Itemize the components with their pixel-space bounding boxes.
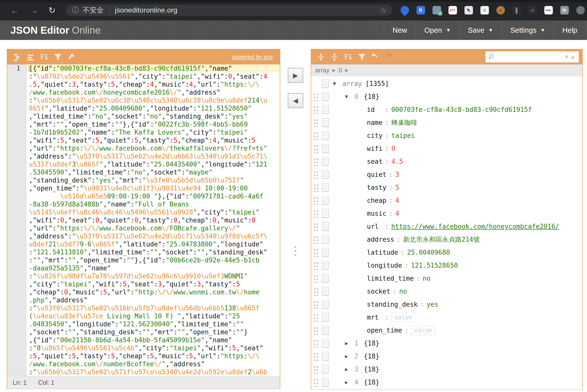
field-value[interactable]: 4.5 (391, 158, 403, 165)
row-actions-menu-icon[interactable] (322, 196, 329, 205)
field-value[interactable]: 0 (391, 145, 395, 152)
expand-triangle-icon[interactable]: ▶ (345, 340, 350, 346)
editor-line-fragment[interactable]: ,"standing_desk":"yes","mrt":"\u5fe0\u5b… (26, 176, 280, 184)
editor-code-area[interactable]: [{"id":"000703fe-cf8a-43c8-bd83-c90cfd61… (26, 64, 280, 376)
editor-line-fragment[interactable]: -1b7d1b9b5202","name":"The Kaffa Lovers"… (26, 128, 280, 136)
menu-item-new[interactable]: New (384, 20, 416, 40)
editor-line-fragment[interactable]: [{"id":"000703fe-cf8a-43c8-bd83-c90cfd61… (26, 64, 280, 72)
editor-line-fragment[interactable]: ,{"id":"00e21150-8b6d-4a54-b4bb-5fa45099… (26, 336, 280, 344)
field-value[interactable]: 25.00409680 (407, 249, 450, 256)
map-pen-extension-icon[interactable]: ✎ (465, 6, 473, 14)
row-actions-menu-icon[interactable] (322, 352, 329, 361)
drag-handle-icon[interactable] (313, 92, 318, 101)
splitter-handle[interactable] (294, 246, 296, 256)
breadcrumb-segment[interactable]: array (315, 67, 329, 74)
row-actions-menu-icon[interactable] (322, 235, 329, 244)
search-box[interactable]: ▼▲ (486, 52, 579, 62)
editor-line-fragment[interactable]: :"121.54113810","limited_time":"","socke… (26, 248, 280, 256)
row-actions-menu-icon[interactable] (322, 300, 329, 309)
url-text[interactable]: jsoneditoronline.org (115, 6, 380, 14)
editor-line-fragment[interactable]: :"","mrt":"","open_time":""},{"id":"00b6… (26, 256, 280, 264)
editor-line-fragment[interactable]: ,"cheap":0,"music":5,"url":"http:\/\/www… (26, 288, 280, 296)
redo-icon[interactable] (383, 51, 394, 63)
editor-line-fragment[interactable]: ,"url":"https:\/\/www.facebook.com\/thek… (26, 144, 280, 152)
drag-handle-icon[interactable] (313, 261, 318, 270)
row-actions-menu-icon[interactable] (322, 287, 329, 296)
row-actions-menu-icon[interactable] (322, 326, 329, 335)
reload-icon[interactable]: ↻ (48, 6, 56, 14)
editor-line-fragment[interactable]: :"\u53f0\u5317\u5e02\u516b\u5fb7\u8def\u… (26, 304, 280, 312)
drag-handle-icon[interactable] (313, 326, 318, 335)
expand-triangle-icon[interactable]: ▶ (345, 379, 350, 385)
field-value[interactable]: no (423, 275, 431, 282)
editor-line-fragment[interactable]: :"8\u865f\u5496\u5561\u5c4b","city":"tai… (26, 344, 280, 352)
search-next-prev-icons[interactable]: ▼▲ (564, 54, 576, 60)
compact-icon[interactable] (25, 51, 36, 63)
expand-all-icon[interactable] (315, 51, 327, 63)
drag-handle-icon[interactable] (313, 183, 318, 192)
drag-handle-icon[interactable] (313, 118, 318, 127)
repair-icon[interactable] (65, 51, 77, 63)
field-value[interactable]: 3 (395, 171, 399, 178)
field-value[interactable]: taipei (391, 132, 415, 139)
refresh-extension-icon[interactable]: ⟳ (560, 6, 569, 14)
search-input[interactable] (495, 53, 564, 61)
editor-line-fragment[interactable]: ,"address":"\u53f0\u5317\u5e02\u4e2d\u6b… (26, 152, 280, 160)
editor-line-fragment[interactable]: :"\u65b0\u5317\u5e02\u571f\u57ce\u5340\u… (26, 368, 280, 376)
editor-line-fragment[interactable]: .php","address" (26, 296, 280, 304)
field-name[interactable]: wifi (367, 145, 383, 152)
collapse-all-icon[interactable] (329, 51, 340, 63)
editor-line-fragment[interactable]: ,"limited_time":"no","socket":"no","stan… (26, 112, 280, 120)
editor-line-fragment[interactable]: -8a38-b597d8a1488b","name":"Full of Bean… (26, 200, 280, 208)
editor-line-fragment[interactable]: :5,"quiet":5,"tasty":5,"cheap":5,"music"… (26, 352, 280, 360)
editor-line-fragment[interactable]: :"\u826f\u98df\u7a76\u597d\u5e02\u96c6\u… (26, 272, 280, 280)
filter-icon[interactable] (356, 51, 367, 63)
editor-line-fragment[interactable]: /www.facebook.com\/number8coffee\/","add… (26, 360, 280, 368)
copy-to-tree-button[interactable]: ▶ (288, 68, 303, 83)
empty-value-placeholder[interactable]: value (411, 326, 435, 335)
copy-to-code-button[interactable]: ◀ (288, 93, 303, 108)
editor-line-fragment[interactable]: \u516d\u65e509:00-19:00 "},{"id":"009717… (26, 192, 280, 200)
collapse-triangle-icon[interactable]: ▼ (333, 81, 338, 87)
field-name[interactable]: open_time (367, 326, 402, 334)
empty-value-placeholder[interactable]: value (391, 312, 415, 322)
field-name[interactable]: music (367, 210, 386, 217)
drag-handle-icon[interactable] (313, 339, 318, 348)
collapse-triangle-icon[interactable]: ▼ (345, 94, 350, 100)
site-info-icon[interactable]: ⓘ (72, 6, 79, 15)
drag-handle-icon[interactable] (313, 274, 318, 283)
field-value[interactable]: yes (427, 300, 438, 308)
drag-handle-icon[interactable] (313, 209, 318, 218)
field-name[interactable]: cheap (367, 197, 386, 204)
tree-breadcrumb[interactable]: array▶0▶ (311, 64, 582, 76)
sort-icon[interactable] (38, 51, 50, 63)
drag-handle-icon[interactable] (313, 157, 318, 166)
expand-triangle-icon[interactable]: ▶ (345, 366, 350, 372)
field-name[interactable]: name (367, 119, 383, 126)
menu-item-open[interactable]: Open▼ (416, 20, 459, 40)
drag-handle-icon[interactable] (313, 222, 318, 231)
field-name[interactable]: quiet (367, 171, 386, 178)
row-actions-menu-icon[interactable] (322, 131, 329, 140)
format-icon[interactable] (11, 51, 23, 63)
field-name[interactable]: url (367, 223, 382, 230)
field-name[interactable]: seat (367, 158, 383, 165)
editor-line-fragment[interactable]: ,"open_time":"\u9031\u4e8c\u81f3\u9031\u… (26, 184, 280, 192)
cookie-extension-icon[interactable]: ● (496, 6, 505, 14)
drag-handle-icon[interactable] (313, 300, 318, 309)
editor-line-fragment[interactable]: u5317\u8def3\u865f","latitude":"25.04435… (26, 160, 280, 168)
menu-item-help[interactable]: Help (554, 20, 586, 40)
menu-item-save[interactable]: Save▼ (459, 20, 502, 40)
field-value[interactable]: 新北市永和區永貞路214號 (403, 235, 480, 244)
filter-icon[interactable] (52, 51, 63, 63)
field-name[interactable]: mrt (367, 314, 382, 321)
back-icon[interactable]: ← (10, 6, 19, 14)
field-name[interactable]: tasty (367, 184, 386, 191)
ett-extension-icon[interactable]: ETT (449, 6, 457, 14)
forward-icon[interactable]: → (29, 6, 38, 14)
ace-editor[interactable]: 1 [{"id":"000703fe-cf8a-43c8-bd83-c90cfd… (7, 64, 280, 376)
row-actions-menu-icon[interactable] (322, 79, 329, 88)
editor-line-fragment[interactable]: ,"city":"taipei","wifi":5,"seat":3,"quie… (26, 280, 280, 288)
editor-line-fragment[interactable]: (\u4eac\u83ef\u57ce Living Mall 10 F) ",… (26, 312, 280, 320)
field-name[interactable]: id (367, 106, 382, 113)
